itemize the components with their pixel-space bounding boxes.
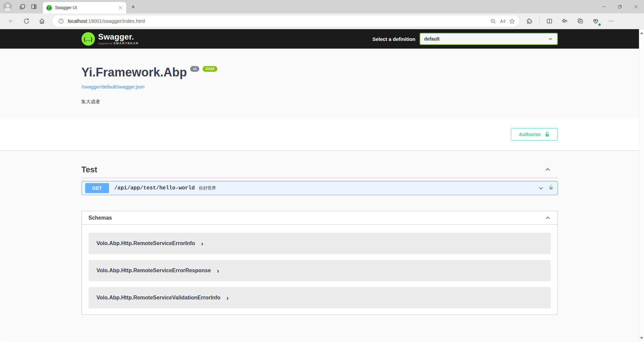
page-viewport: {…} Swagger. Supported by SMARTBEAR Sele… [0,29,644,342]
chevron-down-icon [548,36,553,42]
scroll-up-icon[interactable] [640,32,643,34]
address-bar[interactable]: localhost:19001/swagger/index.html [52,15,519,27]
minimize-button[interactable] [596,0,612,13]
browser-window: {…} Swagger UI + [0,0,644,342]
model-name: Volo.Abp.Http.RemoteServiceValidationErr… [97,295,221,301]
model-row-error-response[interactable]: Volo.Abp.Http.RemoteServiceErrorResponse… [89,260,551,281]
api-title-text: Yi.Framework.Abp [82,65,187,79]
unlock-icon [545,131,550,137]
favorite-star-icon[interactable] [507,16,517,26]
close-window-button[interactable] [628,0,644,13]
operations-section: Test GET /api/app/test/hello-world 你好世界 [82,150,558,335]
operation-lock-icon[interactable] [549,185,553,191]
browser-essentials-icon[interactable] [590,15,601,27]
scheme-container: Authorize [0,118,639,150]
home-icon[interactable] [36,15,48,27]
authorize-button[interactable]: Authorize [511,128,558,140]
definition-select[interactable]: default [420,33,558,45]
collections-icon[interactable] [575,15,586,27]
expand-operation-icon[interactable] [538,185,544,191]
refresh-icon[interactable] [21,15,32,27]
collapse-tag-icon[interactable] [544,166,551,173]
logo-tagline: Supported by SMARTBEAR [98,42,139,45]
extensions-icon[interactable] [524,15,535,27]
oas3-badge: OAS3 [203,66,217,72]
schemas-header[interactable]: Schemas [82,211,557,225]
swagger-logo-icon: {…} [82,32,95,46]
authorize-label: Authorize [519,132,541,137]
tab-strip: {…} Swagger UI + [0,0,644,13]
model-name: Volo.Abp.Http.RemoteServiceErrorResponse [97,268,211,274]
tab-close-icon[interactable] [117,5,123,11]
url-text: localhost:19001/swagger/index.html [68,18,488,24]
split-screen-icon[interactable] [544,15,555,27]
site-info-icon[interactable] [56,16,66,26]
zoom-out-icon[interactable] [488,16,498,26]
avatar-body [5,8,11,11]
opblock-get-hello-world[interactable]: GET /api/app/test/hello-world 你好世界 [82,181,558,195]
version-badge: v1 [190,66,199,72]
swagger-topbar: {…} Swagger. Supported by SMARTBEAR Sele… [0,29,639,49]
browser-tab[interactable]: {…} Swagger UI [43,2,126,13]
chevron-right-icon: › [201,240,203,247]
back-icon[interactable] [5,15,17,27]
browser-toolbar: localhost:19001/swagger/index.html [0,13,644,29]
tag-section-test[interactable]: Test [82,162,558,178]
tab-title: Swagger UI [55,5,117,10]
new-tab-button[interactable]: + [128,2,138,12]
read-aloud-icon[interactable] [498,16,507,26]
chevron-right-icon: › [226,294,229,301]
url-path: :19001/swagger/index.html [87,18,145,24]
operation-path: /api/app/test/hello-world [114,185,195,191]
chevron-right-icon: › [217,267,219,274]
swagger-favicon-icon: {…} [46,5,52,11]
model-row-error-info[interactable]: Volo.Abp.Http.RemoteServiceErrorInfo › [89,233,551,254]
model-name: Volo.Abp.Http.RemoteServiceErrorInfo [97,240,195,246]
favorites-icon[interactable] [559,15,571,27]
essentials-status-dot [598,23,601,26]
scroll-down-icon[interactable] [640,337,643,339]
schemas-section: Schemas Volo.Abp.Http.RemoteServiceError… [82,211,558,315]
api-description: 集大成者 [82,99,558,105]
restore-button[interactable] [612,0,628,13]
toolbar-divider [539,18,540,24]
model-row-validation-error-info[interactable]: Volo.Abp.Http.RemoteServiceValidationErr… [89,287,551,308]
workspaces-icon[interactable] [17,1,28,12]
avatar-head [6,4,9,7]
swagger-page: {…} Swagger. Supported by SMARTBEAR Sele… [0,29,644,342]
scrollbar[interactable] [639,29,644,342]
window-controls [596,0,644,13]
info-section: Yi.Framework.Abp v1 OAS3 /swagger/defaul… [0,49,639,118]
profile-avatar[interactable] [3,2,12,11]
definition-select-label: Select a definition [372,36,415,42]
url-host: localhost [68,18,87,24]
api-title: Yi.Framework.Abp v1 OAS3 [82,65,558,79]
operation-summary: 你好世界 [199,185,216,191]
tab-actions-icon[interactable] [28,1,40,12]
swagger-logo: {…} Swagger. Supported by SMARTBEAR [82,32,139,46]
schemas-list: Volo.Abp.Http.RemoteServiceErrorInfo › V… [82,225,557,315]
collapse-schemas-icon[interactable] [545,215,551,221]
tagline-brand: SMARTBEAR [113,42,139,45]
http-method-badge: GET [85,183,109,193]
swagger-logo-text: Swagger. [98,33,139,41]
tagline-prefix: Supported by [98,42,112,45]
settings-more-icon[interactable] [605,15,617,27]
tag-name: Test [82,165,98,174]
spec-json-link[interactable]: /swagger/default/swagger.json [82,84,145,90]
definition-selected-value: default [424,36,440,42]
schemas-title: Schemas [89,215,112,221]
